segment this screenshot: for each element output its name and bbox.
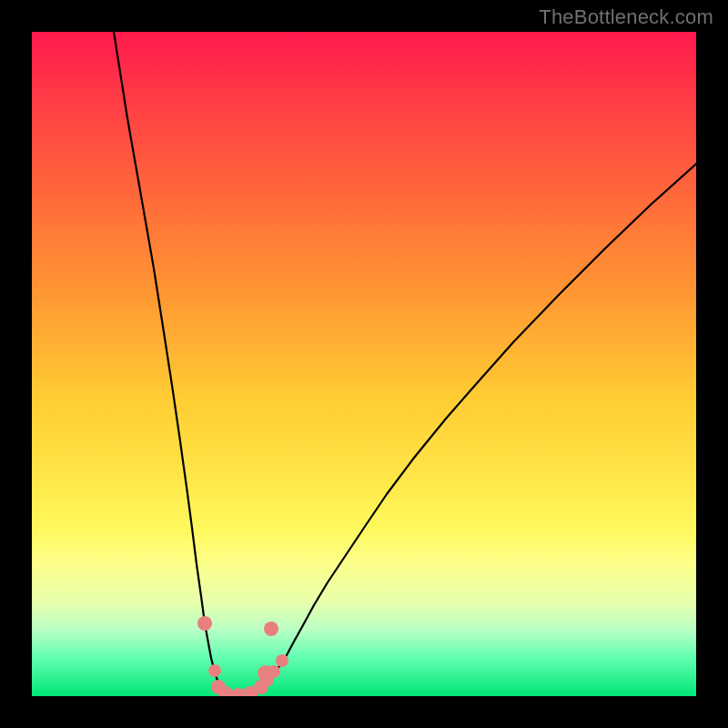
curve-layer [114, 32, 696, 695]
data-marker [197, 616, 212, 631]
data-marker [276, 654, 288, 667]
data-marker [258, 665, 274, 682]
curve-right-branch [243, 164, 696, 694]
watermark-text: TheBottleneck.com [539, 5, 713, 29]
data-marker [264, 622, 278, 636]
curve-left-branch [114, 32, 228, 694]
chart-svg [32, 32, 696, 696]
chart-plot-area [32, 32, 696, 696]
data-marker [208, 664, 221, 677]
